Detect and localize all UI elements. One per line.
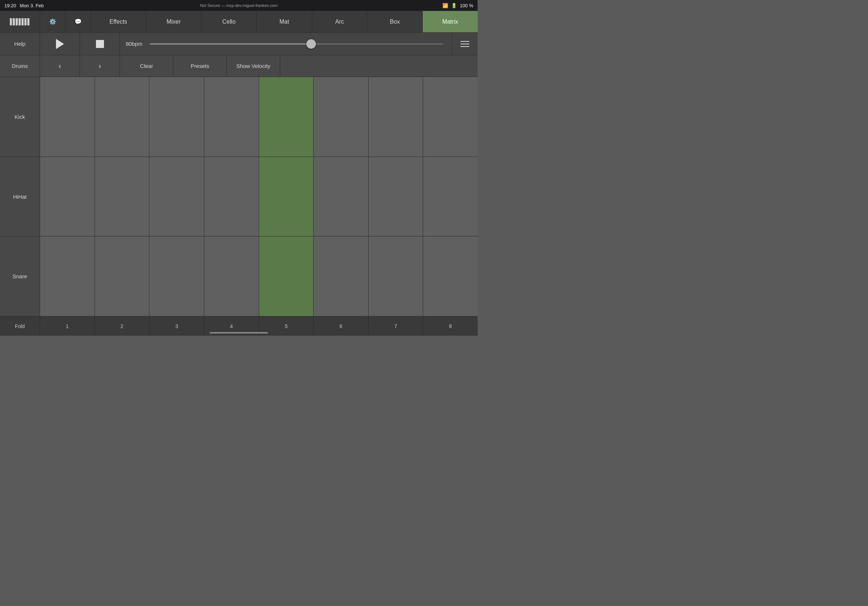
chevron-right-icon: › bbox=[99, 62, 101, 70]
snare-cell-1[interactable] bbox=[40, 237, 95, 316]
step-1[interactable]: 1 bbox=[40, 317, 95, 336]
bpm-slider[interactable] bbox=[150, 43, 443, 45]
arc-tab[interactable]: Arc bbox=[312, 11, 367, 32]
hamburger-icon bbox=[460, 41, 469, 47]
gear-icon: ⚙️ bbox=[49, 18, 56, 25]
hihat-cell-3[interactable] bbox=[149, 157, 204, 237]
kick-cell-3[interactable] bbox=[149, 77, 204, 156]
snare-cell-2[interactable] bbox=[95, 237, 150, 316]
matrix-tab[interactable]: Matrix bbox=[423, 11, 477, 32]
snare-cell-5[interactable] bbox=[259, 237, 314, 316]
kick-cell-8[interactable] bbox=[423, 77, 477, 156]
kick-cell-5[interactable] bbox=[259, 77, 314, 156]
hihat-cell-4[interactable] bbox=[204, 157, 259, 237]
hihat-cell-7[interactable] bbox=[369, 157, 423, 237]
chat-button[interactable]: 💬 bbox=[65, 11, 91, 32]
help-button[interactable]: Help bbox=[0, 33, 40, 55]
snare-cell-3[interactable] bbox=[149, 237, 204, 316]
svg-rect-0 bbox=[10, 18, 12, 25]
url: Not Secure — mcp-dev.miguel-franken.com bbox=[200, 3, 277, 8]
play-icon bbox=[56, 39, 64, 49]
effects-tab[interactable]: Effects bbox=[91, 11, 146, 32]
step-7[interactable]: 7 bbox=[369, 317, 423, 336]
status-bar: 19:20 Mon 3. Feb Not Secure — mcp-dev.mi… bbox=[0, 0, 477, 11]
cello-tab[interactable]: Cello bbox=[202, 11, 257, 32]
settings-button[interactable]: ⚙️ bbox=[40, 11, 65, 32]
menu-button[interactable] bbox=[452, 33, 477, 55]
hihat-label: HiHat bbox=[0, 157, 40, 237]
bpm-control[interactable]: 80bpm bbox=[120, 33, 452, 55]
presets-button[interactable]: Presets bbox=[174, 55, 227, 77]
hihat-row: HiHat bbox=[0, 157, 477, 237]
show-velocity-button[interactable]: Show Velocity bbox=[227, 55, 280, 77]
wifi-icon: 📶 bbox=[442, 3, 448, 8]
svg-rect-3 bbox=[19, 18, 21, 25]
chevron-left-icon: ‹ bbox=[59, 62, 61, 70]
hihat-cell-5[interactable] bbox=[259, 157, 314, 237]
battery-icon: 🔋 bbox=[451, 3, 457, 8]
date: Mon 3. Feb bbox=[20, 3, 44, 8]
svg-rect-5 bbox=[24, 18, 26, 25]
step-6[interactable]: 6 bbox=[314, 317, 369, 336]
mixer-tab[interactable]: Mixer bbox=[146, 11, 202, 32]
bpm-slider-thumb[interactable] bbox=[307, 39, 316, 49]
time: 19:20 bbox=[5, 3, 16, 8]
svg-rect-6 bbox=[27, 18, 29, 25]
drums-empty bbox=[280, 55, 477, 77]
stop-button[interactable] bbox=[80, 33, 120, 55]
fold-button[interactable]: Fold bbox=[0, 317, 40, 336]
bpm-label: 80bpm bbox=[126, 41, 143, 47]
logo-button[interactable] bbox=[0, 11, 40, 32]
snare-cell-8[interactable] bbox=[423, 237, 477, 316]
bottom-bar: Fold 1 2 3 4 5 6 7 8 bbox=[0, 316, 477, 336]
mat-tab[interactable]: Mat bbox=[257, 11, 312, 32]
step-2[interactable]: 2 bbox=[95, 317, 150, 336]
kick-label: Kick bbox=[0, 77, 40, 156]
step-8[interactable]: 8 bbox=[423, 317, 477, 336]
kick-row: Kick bbox=[0, 77, 477, 157]
snare-cell-7[interactable] bbox=[369, 237, 423, 316]
play-button[interactable] bbox=[40, 33, 80, 55]
drums-label: Drums bbox=[0, 55, 40, 77]
scroll-indicator bbox=[210, 332, 268, 334]
hihat-cell-8[interactable] bbox=[423, 157, 477, 237]
hihat-cell-2[interactable] bbox=[95, 157, 150, 237]
chat-icon: 💬 bbox=[74, 18, 82, 25]
kick-cell-7[interactable] bbox=[369, 77, 423, 156]
hihat-cell-6[interactable] bbox=[314, 157, 369, 237]
clear-button[interactable]: Clear bbox=[120, 55, 174, 77]
snare-cell-6[interactable] bbox=[314, 237, 369, 316]
svg-rect-2 bbox=[16, 18, 18, 25]
top-nav: ⚙️ 💬 Effects Mixer Cello Mat Arc Box Mat… bbox=[0, 11, 477, 33]
hihat-cell-1[interactable] bbox=[40, 157, 95, 237]
bpm-slider-fill bbox=[150, 43, 311, 45]
grid-container: Kick HiHat S bbox=[0, 77, 477, 316]
svg-rect-4 bbox=[22, 18, 23, 25]
battery-percent: 100 % bbox=[460, 3, 473, 8]
snare-row: Snare bbox=[0, 237, 477, 316]
kick-cell-4[interactable] bbox=[204, 77, 259, 156]
snare-label: Snare bbox=[0, 237, 40, 316]
svg-rect-1 bbox=[13, 18, 15, 25]
drums-next-button[interactable]: › bbox=[80, 55, 120, 77]
kick-cell-1[interactable] bbox=[40, 77, 95, 156]
snare-cell-4[interactable] bbox=[204, 237, 259, 316]
stop-icon bbox=[96, 40, 104, 48]
drums-bar: Drums ‹ › Clear Presets Show Velocity bbox=[0, 55, 477, 77]
transport-bar: Help 80bpm bbox=[0, 33, 477, 55]
kick-cell-6[interactable] bbox=[314, 77, 369, 156]
drums-prev-button[interactable]: ‹ bbox=[40, 55, 80, 77]
step-3[interactable]: 3 bbox=[149, 317, 204, 336]
box-tab[interactable]: Box bbox=[367, 11, 423, 32]
kick-cell-2[interactable] bbox=[95, 77, 150, 156]
